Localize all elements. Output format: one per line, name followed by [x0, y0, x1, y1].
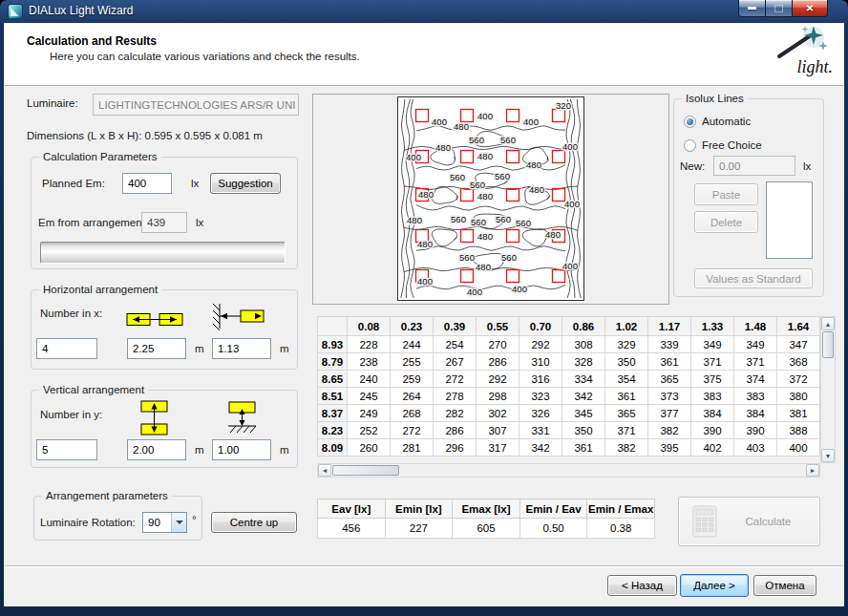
- grid-row: 8.79238255267286310328350361371371368: [318, 353, 820, 371]
- scroll-down-button[interactable]: ▼: [821, 449, 835, 462]
- x-wall-distance-icon: [212, 303, 267, 335]
- automatic-radio-label[interactable]: Automatic: [702, 116, 751, 127]
- luminaire-rotation-label: Luminaire Rotation:: [40, 517, 136, 528]
- grid-cell: 260: [348, 439, 391, 457]
- free-choice-radio-label[interactable]: Free Choice: [702, 139, 762, 151]
- centre-up-button[interactable]: Centre up: [211, 512, 297, 533]
- grid-cell: 292: [519, 336, 562, 353]
- grid-cell: 240: [348, 371, 391, 388]
- planned-em-input[interactable]: 400: [122, 173, 172, 194]
- number-in-y-input[interactable]: 5: [36, 439, 97, 460]
- results-grid-area: 0.080.230.390.550.700.861.021.171.331.48…: [317, 316, 836, 478]
- grid-cell: 298: [477, 388, 519, 405]
- em-arrangement-unit: lx: [196, 217, 203, 228]
- grid-cell: 383: [691, 388, 734, 405]
- dropdown-button[interactable]: [171, 513, 186, 532]
- vertical-scroll-thumb[interactable]: [822, 331, 834, 358]
- isolux-value-label: 480: [529, 184, 544, 195]
- isolux-value-label: 480: [477, 231, 493, 242]
- isolux-value-label: 560: [495, 171, 510, 181]
- grid-cell: 310: [519, 353, 562, 371]
- paste-button[interactable]: Paste: [694, 183, 758, 205]
- cancel-button[interactable]: Отмена: [753, 575, 816, 596]
- grid-cell: 349: [691, 336, 734, 353]
- grid-cell: 374: [734, 371, 777, 388]
- x-wall-input[interactable]: 1.13: [212, 338, 271, 359]
- grid-cell: 328: [562, 353, 605, 371]
- minimize-button[interactable]: [738, 0, 766, 17]
- new-isolux-input: 0.00: [713, 156, 795, 176]
- grid-col-header: 0.23: [391, 317, 434, 336]
- calculator-icon: [692, 505, 717, 538]
- grid-col-header: 0.70: [519, 317, 562, 336]
- x-spacing-input[interactable]: 2.25: [127, 338, 186, 359]
- isolux-value-label: 480: [477, 151, 493, 161]
- values-as-standard-button[interactable]: Values as Standard: [694, 268, 813, 288]
- isolux-value-label: 560: [469, 135, 484, 145]
- isolux-value-label: 400: [467, 287, 482, 297]
- grid-col-header: 0.86: [562, 317, 605, 336]
- title-bar[interactable]: DIALux Light Wizard ✕: [0, 0, 848, 23]
- grid-cell: 342: [562, 388, 605, 405]
- free-choice-radio[interactable]: [684, 139, 696, 152]
- isolux-value-label: 480: [435, 142, 451, 153]
- planned-em-unit: lx: [191, 178, 199, 189]
- grid-cell: 380: [777, 388, 820, 405]
- results-grid: 0.080.230.390.550.700.861.021.171.331.48…: [317, 316, 836, 457]
- grid-horizontal-scrollbar[interactable]: ◄ ►: [317, 463, 820, 478]
- grid-cell: 384: [691, 405, 734, 422]
- isolux-value-label: 560: [500, 135, 516, 145]
- close-button[interactable]: ✕: [792, 0, 828, 17]
- delete-button[interactable]: Delete: [694, 211, 758, 233]
- grid-row-header: 8.93: [318, 336, 348, 353]
- automatic-radio[interactable]: [684, 116, 696, 128]
- horizontal-scroll-thumb[interactable]: [332, 465, 399, 476]
- grid-cell: 259: [391, 371, 434, 388]
- logo-text: light.: [796, 57, 833, 77]
- grid-cell: 339: [648, 336, 691, 353]
- isolux-values-listbox[interactable]: [766, 181, 813, 259]
- grid-col-header: 1.48: [734, 317, 777, 336]
- grid-cell: 316: [519, 371, 562, 388]
- footer-separator: [5, 565, 843, 567]
- isolux-value-label: 400: [562, 261, 578, 271]
- em-arrangement-label: Em from arrangement:: [38, 217, 148, 228]
- grid-cell: 383: [734, 388, 777, 405]
- number-in-x-input[interactable]: 4: [36, 338, 97, 359]
- next-button[interactable]: Далее >: [680, 574, 749, 597]
- grid-cell: 347: [777, 336, 820, 353]
- grid-row: 8.93228244254270292308329339349349347: [318, 336, 820, 353]
- scroll-right-button[interactable]: ►: [806, 464, 819, 477]
- back-button[interactable]: < Назад: [607, 575, 677, 596]
- grid-cell: 349: [734, 336, 777, 353]
- isolux-value-label: 400: [512, 284, 527, 294]
- y-spacing-icon: [140, 400, 169, 439]
- grid-cell: 296: [434, 439, 477, 457]
- grid-cell: 249: [348, 405, 391, 422]
- grid-vertical-scrollbar[interactable]: ▲ ▼: [820, 316, 836, 463]
- isolux-value-label: 560: [496, 214, 511, 224]
- grid-cell: 388: [777, 422, 820, 439]
- scroll-left-button[interactable]: ◄: [318, 464, 331, 477]
- grid-cell: 384: [734, 405, 777, 422]
- y-wall-input[interactable]: 1.00: [212, 439, 271, 460]
- grid-cell: 350: [562, 422, 605, 439]
- grid-row-header: 8.23: [318, 422, 348, 439]
- new-isolux-unit: lx: [803, 160, 811, 172]
- planned-em-label: Planned Em:: [42, 178, 105, 189]
- luminaire-field: LIGHTINGTECHNOLOGIES ARS/R UNI L: [93, 94, 299, 116]
- rotation-dropdown[interactable]: 90: [142, 512, 187, 533]
- grid-row: 8.23252272286307331350371382390390388: [318, 422, 820, 439]
- maximize-button[interactable]: [765, 0, 793, 17]
- summary-table: Eav [lx]Emin [lx]Emax [lx]Emin / EavEmin…: [317, 499, 655, 539]
- isolux-value-label: 480: [526, 159, 541, 170]
- y-spacing-input[interactable]: 2.00: [127, 439, 186, 460]
- calculate-button[interactable]: Calculate: [678, 497, 820, 546]
- isolux-value-label: 400: [417, 276, 433, 287]
- grid-cell: 329: [605, 336, 648, 353]
- grid-row: 8.37249268282302326345365377384384381: [318, 405, 820, 422]
- suggestion-button[interactable]: Suggestion: [210, 173, 281, 194]
- dialux-wizard-window: DIALux Light Wizard ✕ Calculation and Re…: [0, 0, 848, 616]
- y-wall-unit: m: [280, 444, 289, 456]
- scroll-up-button[interactable]: ▲: [821, 317, 835, 330]
